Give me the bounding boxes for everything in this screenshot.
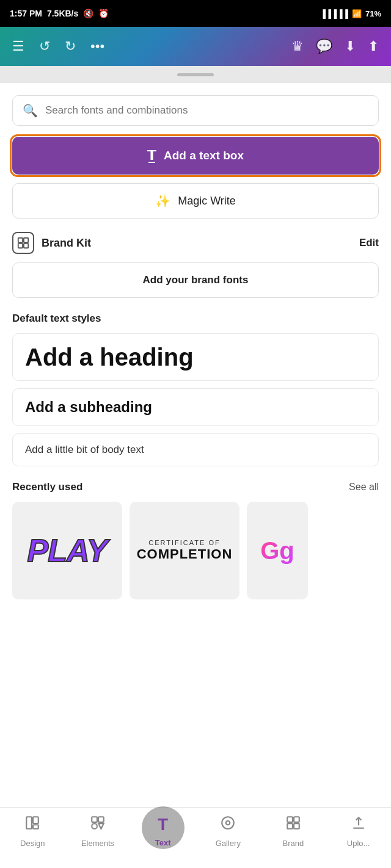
brand-kit-icon bbox=[12, 232, 34, 254]
drag-handle bbox=[0, 66, 391, 83]
crown-icon[interactable]: ♛ bbox=[291, 38, 304, 54]
chat-icon[interactable]: 💬 bbox=[316, 38, 332, 54]
see-all-link[interactable]: See all bbox=[349, 482, 379, 493]
svg-rect-1 bbox=[24, 238, 28, 242]
magic-write-icon: ✨ bbox=[155, 193, 170, 208]
search-icon: 🔍 bbox=[23, 103, 38, 118]
brand-kit-edit-link[interactable]: Edit bbox=[359, 237, 379, 249]
nav-item-text[interactable]: T Text bbox=[142, 815, 185, 847]
toolbar: ☰ ↺ ↻ ••• ♛ 💬 ⬇ ⬆ bbox=[0, 27, 391, 66]
nav-label-gallery: Gallery bbox=[216, 839, 241, 848]
toolbar-right: ♛ 💬 ⬇ ⬆ bbox=[291, 38, 379, 54]
heading-card[interactable]: Add a heading bbox=[12, 333, 379, 381]
status-time: 1:57 PM bbox=[10, 9, 42, 18]
nav-label-elements: Elements bbox=[81, 839, 114, 848]
svg-point-12 bbox=[226, 821, 230, 825]
recently-used-title: Recently used bbox=[12, 481, 82, 493]
subheading-text: Add a subheading bbox=[25, 399, 152, 415]
status-mute-icon: 🔇 bbox=[83, 9, 93, 18]
brand-kit-header-left: Brand Kit bbox=[12, 232, 91, 254]
status-left: 1:57 PM 7.5KB/s 🔇 ⏰ bbox=[10, 9, 109, 18]
cert-big-text: COMPLETION bbox=[137, 546, 233, 562]
nav-label-text: Text bbox=[155, 838, 171, 847]
svg-rect-2 bbox=[18, 244, 23, 248]
main-panel: 🔍 T̲ Add a text box ✨ Magic Write Brand … bbox=[0, 83, 391, 868]
font-card-third[interactable]: Gg bbox=[247, 502, 308, 599]
magic-write-button[interactable]: ✨ Magic Write bbox=[12, 183, 379, 219]
add-brand-fonts-button[interactable]: Add your brand fonts bbox=[12, 262, 379, 298]
cert-small-text: CERTIFICATE OF bbox=[137, 539, 233, 546]
svg-rect-5 bbox=[33, 817, 38, 823]
battery-level: 71% bbox=[365, 9, 381, 18]
nav-label-brand: Brand bbox=[283, 839, 304, 848]
add-text-box-button[interactable]: T̲ Add a text box bbox=[12, 137, 379, 175]
body-text-card[interactable]: Add a little bit of body text bbox=[12, 433, 379, 466]
heading-text: Add a heading bbox=[25, 344, 194, 371]
svg-rect-16 bbox=[294, 823, 299, 829]
upload-icon bbox=[351, 815, 367, 835]
status-data: 7.5KB/s bbox=[47, 9, 78, 18]
signal-icon: ▐▐▐▐▐ bbox=[320, 9, 348, 18]
redo-icon[interactable]: ↻ bbox=[65, 38, 76, 54]
svg-rect-14 bbox=[294, 817, 299, 822]
search-bar[interactable]: 🔍 bbox=[12, 95, 379, 126]
nav-label-upload: Uplo... bbox=[347, 839, 370, 848]
add-text-box-wrapper: T̲ Add a text box bbox=[12, 137, 379, 175]
elements-icon bbox=[90, 815, 106, 835]
more-icon[interactable]: ••• bbox=[90, 38, 104, 54]
svg-rect-8 bbox=[98, 817, 104, 822]
download-icon[interactable]: ⬇ bbox=[345, 38, 356, 54]
undo-icon[interactable]: ↺ bbox=[39, 38, 50, 54]
body-text: Add a little bit of body text bbox=[25, 444, 144, 455]
status-right: ▐▐▐▐▐ 📶 71% bbox=[320, 9, 381, 18]
play-text: PLAY bbox=[27, 532, 108, 569]
svg-point-9 bbox=[92, 823, 97, 829]
svg-rect-4 bbox=[27, 817, 32, 829]
text-box-icon: T̲ bbox=[147, 148, 156, 164]
drag-handle-bar bbox=[177, 73, 214, 76]
svg-rect-15 bbox=[287, 823, 293, 829]
recently-used-header: Recently used See all bbox=[12, 481, 379, 493]
brand-kit-section-header: Brand Kit Edit bbox=[12, 232, 379, 254]
svg-rect-3 bbox=[24, 244, 28, 248]
share-icon[interactable]: ⬆ bbox=[368, 38, 379, 54]
status-alarm-icon: ⏰ bbox=[98, 9, 109, 18]
svg-point-11 bbox=[222, 817, 235, 829]
nav-item-upload[interactable]: Uplo... bbox=[337, 815, 380, 848]
default-styles-label: Default text styles bbox=[12, 313, 379, 325]
nav-item-elements[interactable]: Elements bbox=[76, 815, 119, 848]
cert-card-inner: CERTIFICATE OF COMPLETION bbox=[137, 539, 233, 562]
subheading-card[interactable]: Add a subheading bbox=[12, 388, 379, 426]
font-card-play[interactable]: PLAY bbox=[12, 502, 122, 599]
third-card-content: Gg bbox=[260, 537, 294, 565]
search-input[interactable] bbox=[45, 104, 368, 117]
bottom-nav: Design Elements T Text Gallery bbox=[0, 807, 391, 868]
menu-icon[interactable]: ☰ bbox=[12, 38, 24, 54]
brand-nav-icon bbox=[285, 815, 301, 835]
status-bar: 1:57 PM 7.5KB/s 🔇 ⏰ ▐▐▐▐▐ 📶 71% bbox=[0, 0, 391, 27]
svg-rect-7 bbox=[92, 817, 97, 822]
add-text-box-label: Add a text box bbox=[164, 149, 244, 162]
nav-item-design[interactable]: Design bbox=[11, 815, 54, 848]
font-card-certificate[interactable]: CERTIFICATE OF COMPLETION bbox=[130, 502, 239, 599]
third-card-icon: Gg bbox=[260, 537, 294, 565]
wifi-icon: 📶 bbox=[352, 9, 362, 18]
text-nav-icon: T bbox=[158, 815, 168, 834]
svg-rect-6 bbox=[33, 825, 38, 829]
nav-item-brand[interactable]: Brand bbox=[272, 815, 315, 848]
font-cards-row: PLAY CERTIFICATE OF COMPLETION Gg bbox=[12, 502, 379, 599]
nav-label-design: Design bbox=[20, 839, 45, 848]
nav-item-gallery[interactable]: Gallery bbox=[206, 815, 249, 848]
toolbar-left: ☰ ↺ ↻ ••• bbox=[12, 38, 104, 54]
brand-kit-title: Brand Kit bbox=[42, 237, 91, 250]
svg-marker-10 bbox=[98, 823, 104, 829]
gallery-icon bbox=[220, 815, 236, 835]
svg-rect-0 bbox=[18, 238, 23, 242]
magic-write-label: Magic Write bbox=[178, 195, 236, 208]
add-brand-fonts-label: Add your brand fonts bbox=[143, 274, 249, 286]
design-icon bbox=[24, 815, 40, 835]
svg-rect-13 bbox=[287, 817, 293, 822]
